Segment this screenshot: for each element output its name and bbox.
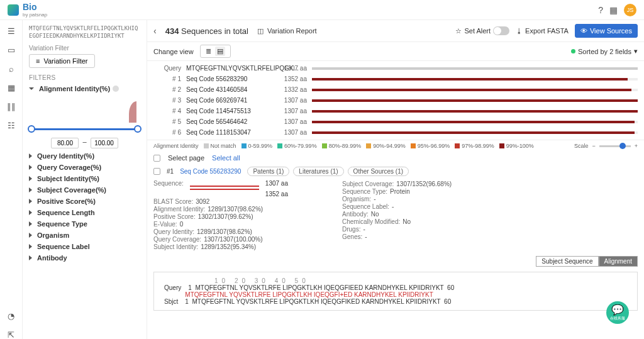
info-icon[interactable] [113,86,119,92]
sequence-row[interactable]: QueryMTQFEGFTNLYQVSKTLRFELIPQGK...1307 a… [153,64,638,73]
filter-subject-coverage-[interactable]: Subject Coverage(%) [29,186,140,194]
sequence-row[interactable]: # 1Seq Code 5562832901352 aa [153,74,638,84]
change-view-label: Change view [153,48,194,55]
view-sources-button[interactable]: 👁 View Sources [575,24,638,38]
kv: Query Identity:1289/1307(98.62%) [153,228,330,235]
chart-icon[interactable]: ☷ [6,121,16,130]
legend-item: 60%-79.99% [277,143,317,149]
search-icon[interactable]: ⌕ [6,64,16,73]
sequence-label: Sequence: [153,180,184,187]
logo-icon [8,4,19,16]
sort-dropdown[interactable]: Sorted by 2 fields ▾ [571,47,638,55]
legend-item: 80%-89.99% [322,143,362,149]
source-pill[interactable]: Literatures (1) [293,167,343,176]
filter-query-identity-[interactable]: Query Identity(%) [29,152,140,160]
filter-organism[interactable]: Organism [29,231,140,239]
record-index: #1 [167,168,174,175]
apps-icon[interactable]: ▦ [609,5,618,15]
page-title: 434 Sequences in total [165,26,248,36]
kv: Positive Score:1302/1307(99.62%) [153,213,330,220]
aa-2: 1352 aa [265,191,288,197]
list-view-icon[interactable]: ≣ [206,47,211,55]
kv: Chemically Modified:No [342,218,452,225]
legend-item: Not match [204,143,236,149]
range-min-input[interactable] [51,138,79,148]
view-toggle[interactable]: ≣ ▤ [200,45,231,58]
range-max-input[interactable] [91,138,118,148]
legend-item: 99%-100% [499,143,534,149]
nav-rail: ☰ ▭ ⌕ ▦ ∥∥ ☷ ◔ ⇱ [0,20,23,339]
sequence-row[interactable]: # 3Seq Code 6692697411307 aa [153,96,638,105]
range-slider[interactable] [29,124,140,134]
tab-alignment[interactable]: Alignment [599,256,638,267]
legend-item: 95%-96.99% [411,143,450,149]
chevron-down-icon: ▾ [634,47,638,55]
sequence-row[interactable]: # 4Seq Code 11454755131307 aa [153,106,638,116]
filter-alignment-identity[interactable]: Alignment Identity(%) [29,85,140,92]
kv: Subject Coverage:1307/1352(96.68%) [342,181,452,187]
kv: E-Value:0 [153,221,330,228]
set-alert[interactable]: ☆ Set Alert [455,26,509,35]
brand-byline: by patsnap [23,12,47,18]
select-page-checkbox[interactable] [153,155,160,162]
record-checkbox[interactable] [153,168,160,175]
legend-item: 90%-94.99% [366,143,406,149]
kv: Antibody:No [342,211,452,218]
kv: Sequence Type:Protein [342,188,452,195]
filter-antibody[interactable]: Antibody [29,254,140,262]
tab-subject-sequence[interactable]: Subject Sequence [536,256,598,267]
align-line: Query 1 MTQFEGFTNL YQVSKTLRFE LIPQGKTLKH… [164,284,627,291]
back-icon[interactable]: ‹ [153,26,157,36]
minus-icon[interactable]: − [592,143,595,149]
logo[interactable]: Bio by patsnap [8,2,47,18]
chat-icon: 💬 [611,304,624,316]
chat-fab[interactable]: 💬 在线客服 [606,301,629,324]
avatar[interactable]: JS [624,4,636,16]
kv: Alignment Identity:1289/1307(98.62%) [153,206,330,213]
align-line: MTQFEGFTNL YQVSKTLRFE LIPQGKTLKH IQEQGFI… [164,291,627,298]
filter-subject-identity-[interactable]: Subject Identity(%) [29,175,140,182]
filter-sequence-type[interactable]: Sequence Type [29,220,140,228]
variation-filter-heading: Variation Filter [29,45,140,52]
kv: Organism:- [342,196,452,203]
chart-icon: ◫ [257,27,264,35]
export-icon[interactable]: ⇱ [6,330,16,339]
export-fasta[interactable]: ⭳ Export FASTA [516,27,569,35]
alert-toggle[interactable] [493,26,509,35]
filter-sequence-length[interactable]: Sequence Length [29,209,140,216]
variation-filter-button[interactable]: ≡ Variation Filter [29,54,95,68]
inbox-icon[interactable]: ◔ [6,311,16,320]
card-view-icon[interactable]: ▤ [215,47,225,56]
scale-control[interactable]: Scale − + [574,143,638,149]
sequence-row[interactable]: # 6Seq Code 11181530471307 aa [153,128,638,137]
filter-positive-score-[interactable]: Positive Score(%) [29,197,140,205]
record-link[interactable]: Seq Code 556283290 [180,168,241,175]
grid-icon[interactable]: ▦ [6,83,16,92]
variation-report-link[interactable]: ◫ Variation Report [257,27,317,35]
plus-icon[interactable]: + [635,143,638,149]
brand-name: Bio [23,2,47,12]
source-pill[interactable]: Other Sources (1) [348,167,409,176]
legend-item: 97%-98.99% [455,143,494,149]
source-pill[interactable]: Patents (1) [247,167,289,176]
barcode-icon[interactable]: ∥∥ [6,102,16,111]
sidebar: MTQFEGFTNLYQVSKTLRFELIPQGKTLKHIQEGOFIEED… [23,20,147,339]
align-line: Sbjct 1 MTQFEGFTNL YQVSKTLRFE LIPQGKTLKH… [164,298,627,305]
select-page[interactable]: Select page [168,154,204,162]
select-all[interactable]: Select all [212,154,240,162]
sequence-row[interactable]: # 5Seq Code 5654646421307 aa [153,117,638,126]
histogram [29,96,140,123]
filter-query-coverage-[interactable]: Query Coverage(%) [29,164,140,171]
kv: Drugs:- [342,226,452,233]
filter-icon[interactable]: ☰ [6,26,16,35]
kv: Query Coverage:1307/1307(100.00%) [153,236,330,243]
sequence-row[interactable]: # 2Seq Code 4314605841332 aa [153,85,638,94]
query-sequence: MTQFEGFTNLYQVSKTLRFELIPQGKTLKHIQEGOFIEED… [29,25,140,40]
filter-sequence-label[interactable]: Sequence Label [29,243,140,250]
kv: Sequence Label:- [342,203,452,210]
doc-icon[interactable]: ▭ [6,45,16,54]
help-icon[interactable]: ? [598,5,603,15]
bars-icon: ≡ [36,57,40,65]
kv: Genes:- [342,233,452,240]
status-dot-icon [571,49,575,53]
